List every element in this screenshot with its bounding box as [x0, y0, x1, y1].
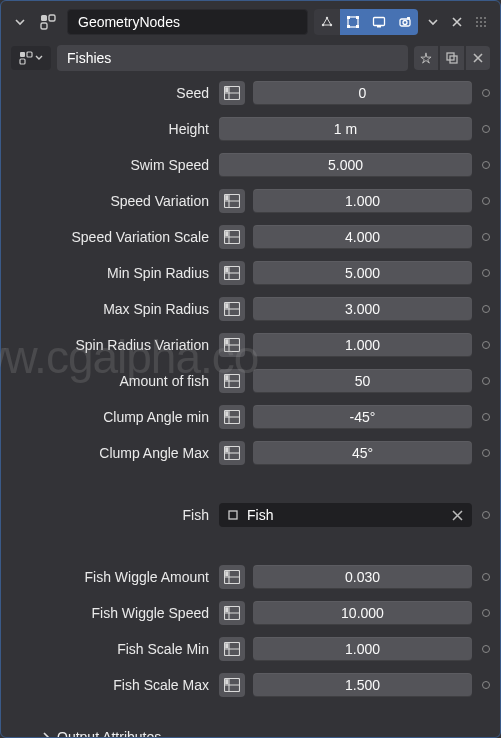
property-value-field[interactable]: -45°: [253, 405, 472, 429]
property-label: Amount of fish: [11, 373, 211, 389]
keyframe-dot[interactable]: [482, 233, 490, 241]
nodegroup-name-field[interactable]: Fishies: [57, 45, 408, 71]
keyframe-dot[interactable]: [482, 341, 490, 349]
property-label: Fish Wiggle Amount: [11, 569, 211, 585]
nodegroup-browse-button[interactable]: [11, 46, 51, 70]
modifier-name-field[interactable]: GeometryNodes: [67, 9, 308, 35]
modifier-panel: GeometryNodes: [1, 1, 500, 738]
modifier-icon[interactable]: [35, 10, 61, 34]
svg-point-14: [403, 21, 407, 25]
svg-rect-57: [225, 375, 228, 380]
modifier-name-text: GeometryNodes: [78, 14, 180, 30]
modifier-extras-dropdown[interactable]: [424, 13, 442, 31]
svg-rect-2: [41, 23, 47, 29]
property-value-field[interactable]: 3.000: [253, 297, 472, 321]
property-label: Clump Angle Max: [11, 445, 211, 461]
keyframe-dot[interactable]: [482, 197, 490, 205]
keyframe-dot[interactable]: [482, 511, 490, 519]
unlink-nodegroup-button[interactable]: [466, 46, 490, 70]
keyframe-dot[interactable]: [482, 413, 490, 421]
keyframe-dot[interactable]: [482, 125, 490, 133]
attribute-toggle-button[interactable]: [219, 189, 245, 213]
property-value-field[interactable]: 1.000: [253, 333, 472, 357]
clear-object-button[interactable]: [448, 506, 466, 524]
modifier-display-group: [314, 9, 418, 35]
property-row: Fish Scale Max 1.500: [11, 673, 490, 697]
show-editmode-toggle[interactable]: [340, 9, 366, 35]
svg-rect-49: [225, 303, 228, 308]
attribute-toggle-button[interactable]: [219, 297, 245, 321]
property-label: Fish: [11, 507, 211, 523]
svg-rect-8: [356, 16, 359, 19]
property-label: Seed: [11, 85, 211, 101]
property-value-field[interactable]: 50: [253, 369, 472, 393]
svg-point-20: [480, 21, 482, 23]
svg-rect-12: [377, 26, 381, 28]
keyframe-dot[interactable]: [482, 449, 490, 457]
show-pointcloud-toggle[interactable]: [314, 9, 340, 35]
property-row: Min Spin Radius 5.000: [11, 261, 490, 285]
keyframe-dot[interactable]: [482, 89, 490, 97]
show-render-toggle[interactable]: [392, 9, 418, 35]
property-label: Speed Variation Scale: [11, 229, 211, 245]
keyframe-dot[interactable]: [482, 305, 490, 313]
keyframe-dot[interactable]: [482, 645, 490, 653]
show-viewport-toggle[interactable]: [366, 9, 392, 35]
collapse-toggle[interactable]: [11, 13, 29, 31]
properties-list: Seed 0Height1 mSwim Speed5.000Speed Vari…: [11, 81, 490, 723]
modifier-close-button[interactable]: [448, 13, 466, 31]
fake-user-toggle[interactable]: [414, 46, 438, 70]
svg-point-22: [476, 25, 478, 27]
nodegroup-name-text: Fishies: [67, 50, 111, 66]
property-value-field[interactable]: 1 m: [219, 117, 472, 141]
keyframe-dot[interactable]: [482, 269, 490, 277]
property-row: Fish Wiggle Amount 0.030: [11, 565, 490, 589]
attribute-toggle-button[interactable]: [219, 405, 245, 429]
attribute-toggle-button[interactable]: [219, 601, 245, 625]
modifier-header: GeometryNodes: [11, 9, 490, 35]
svg-rect-74: [225, 607, 228, 612]
svg-rect-0: [41, 15, 47, 21]
svg-rect-9: [347, 25, 350, 28]
keyframe-dot[interactable]: [482, 609, 490, 617]
attribute-toggle-button[interactable]: [219, 333, 245, 357]
svg-rect-53: [225, 339, 228, 344]
attribute-toggle-button[interactable]: [219, 225, 245, 249]
keyframe-dot[interactable]: [482, 161, 490, 169]
property-label: Fish Wiggle Speed: [11, 605, 211, 621]
keyframe-dot[interactable]: [482, 681, 490, 689]
property-value-field[interactable]: 5.000: [253, 261, 472, 285]
keyframe-dot[interactable]: [482, 377, 490, 385]
keyframe-dot[interactable]: [482, 573, 490, 581]
attribute-toggle-button[interactable]: [219, 261, 245, 285]
property-row: Seed 0: [11, 81, 490, 105]
property-value-field[interactable]: 1.500: [253, 673, 472, 697]
property-value-field[interactable]: 4.000: [253, 225, 472, 249]
svg-rect-26: [27, 52, 32, 57]
property-value-field[interactable]: 5.000: [219, 153, 472, 177]
output-attributes-toggle[interactable]: Output Attributes: [11, 723, 490, 738]
svg-rect-37: [225, 195, 228, 200]
property-value-field[interactable]: 0: [253, 81, 472, 105]
attribute-toggle-button[interactable]: [219, 441, 245, 465]
property-value-field[interactable]: 1.000: [253, 637, 472, 661]
property-value-field[interactable]: 10.000: [253, 601, 472, 625]
property-row: Spin Radius Variation 1.000: [11, 333, 490, 357]
property-value-field[interactable]: 0.030: [253, 565, 472, 589]
property-value-field[interactable]: 1.000: [253, 189, 472, 213]
attribute-toggle-button[interactable]: [219, 673, 245, 697]
svg-rect-15: [407, 17, 410, 20]
nodegroup-actions: [414, 46, 490, 70]
svg-rect-45: [225, 267, 228, 272]
drag-handle-icon[interactable]: [472, 16, 490, 28]
svg-rect-82: [225, 679, 228, 684]
attribute-toggle-button[interactable]: [219, 81, 245, 105]
svg-point-24: [484, 25, 486, 27]
duplicate-nodegroup-button[interactable]: [440, 46, 464, 70]
object-name-text: Fish: [247, 507, 442, 523]
attribute-toggle-button[interactable]: [219, 369, 245, 393]
attribute-toggle-button[interactable]: [219, 637, 245, 661]
object-picker-field[interactable]: Fish: [219, 503, 472, 527]
attribute-toggle-button[interactable]: [219, 565, 245, 589]
property-value-field[interactable]: 45°: [253, 441, 472, 465]
